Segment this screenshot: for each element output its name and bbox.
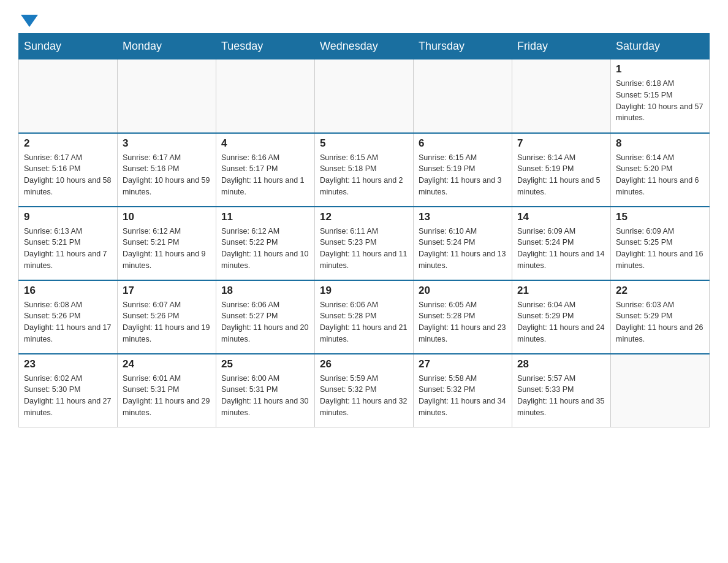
day-info: Sunrise: 6:06 AM Sunset: 5:28 PM Dayligh…: [320, 299, 408, 345]
day-number: 12: [320, 211, 408, 223]
logo: [18, 12, 38, 27]
day-number: 2: [24, 137, 112, 150]
day-info: Sunrise: 5:57 AM Sunset: 5:33 PM Dayligh…: [517, 373, 605, 419]
day-number: 26: [320, 358, 408, 370]
day-info: Sunrise: 6:13 AM Sunset: 5:21 PM Dayligh…: [24, 226, 112, 272]
calendar-day-cell: 21Sunrise: 6:04 AM Sunset: 5:29 PM Dayli…: [512, 280, 611, 354]
calendar-day-cell: 22Sunrise: 6:03 AM Sunset: 5:29 PM Dayli…: [611, 280, 710, 354]
calendar-day-cell: 14Sunrise: 6:09 AM Sunset: 5:24 PM Dayli…: [512, 207, 611, 280]
calendar-day-cell: [19, 59, 118, 133]
day-of-week-header: Saturday: [611, 34, 710, 59]
day-info: Sunrise: 6:16 AM Sunset: 5:17 PM Dayligh…: [221, 152, 309, 198]
calendar-day-cell: [414, 59, 512, 133]
logo-general-text: [18, 12, 38, 27]
day-of-week-header: Friday: [512, 34, 611, 59]
calendar-day-cell: 25Sunrise: 6:00 AM Sunset: 5:31 PM Dayli…: [216, 354, 315, 427]
day-info: Sunrise: 6:08 AM Sunset: 5:26 PM Dayligh…: [24, 299, 112, 345]
day-number: 3: [123, 137, 211, 150]
calendar-day-cell: 3Sunrise: 6:17 AM Sunset: 5:16 PM Daylig…: [118, 133, 216, 207]
day-info: Sunrise: 6:01 AM Sunset: 5:31 PM Dayligh…: [123, 373, 211, 419]
day-info: Sunrise: 6:12 AM Sunset: 5:22 PM Dayligh…: [221, 226, 309, 272]
calendar-day-cell: 24Sunrise: 6:01 AM Sunset: 5:31 PM Dayli…: [118, 354, 216, 427]
day-info: Sunrise: 6:06 AM Sunset: 5:27 PM Dayligh…: [221, 299, 309, 345]
calendar-week-row: 16Sunrise: 6:08 AM Sunset: 5:26 PM Dayli…: [19, 280, 710, 354]
day-info: Sunrise: 6:18 AM Sunset: 5:15 PM Dayligh…: [616, 78, 704, 124]
day-number: 9: [24, 211, 112, 223]
calendar-day-cell: 2Sunrise: 6:17 AM Sunset: 5:16 PM Daylig…: [19, 133, 118, 207]
day-of-week-header: Sunday: [19, 34, 118, 59]
day-number: 14: [517, 211, 605, 223]
page-header: [18, 12, 710, 27]
day-info: Sunrise: 5:59 AM Sunset: 5:32 PM Dayligh…: [320, 373, 408, 419]
day-info: Sunrise: 6:11 AM Sunset: 5:23 PM Dayligh…: [320, 226, 408, 272]
day-number: 11: [221, 211, 309, 223]
day-info: Sunrise: 6:14 AM Sunset: 5:20 PM Dayligh…: [616, 152, 704, 198]
day-info: Sunrise: 6:03 AM Sunset: 5:29 PM Dayligh…: [616, 299, 704, 345]
day-number: 4: [221, 137, 309, 150]
calendar-day-cell: [315, 59, 414, 133]
calendar-day-cell: 10Sunrise: 6:12 AM Sunset: 5:21 PM Dayli…: [118, 207, 216, 280]
day-of-week-header: Tuesday: [216, 34, 315, 59]
day-of-week-header: Monday: [118, 34, 216, 59]
calendar-day-cell: 18Sunrise: 6:06 AM Sunset: 5:27 PM Dayli…: [216, 280, 315, 354]
logo-arrow-icon: [21, 15, 38, 27]
day-number: 19: [320, 285, 408, 297]
day-info: Sunrise: 6:12 AM Sunset: 5:21 PM Dayligh…: [123, 226, 211, 272]
calendar-day-cell: 9Sunrise: 6:13 AM Sunset: 5:21 PM Daylig…: [19, 207, 118, 280]
day-number: 23: [24, 358, 112, 370]
day-info: Sunrise: 6:17 AM Sunset: 5:16 PM Dayligh…: [24, 152, 112, 198]
calendar-day-cell: 13Sunrise: 6:10 AM Sunset: 5:24 PM Dayli…: [414, 207, 512, 280]
day-number: 20: [419, 285, 507, 297]
calendar-day-cell: 26Sunrise: 5:59 AM Sunset: 5:32 PM Dayli…: [315, 354, 414, 427]
calendar-day-cell: 7Sunrise: 6:14 AM Sunset: 5:19 PM Daylig…: [512, 133, 611, 207]
calendar-table: SundayMondayTuesdayWednesdayThursdayFrid…: [18, 33, 710, 427]
day-info: Sunrise: 6:17 AM Sunset: 5:16 PM Dayligh…: [123, 152, 211, 198]
day-info: Sunrise: 6:15 AM Sunset: 5:19 PM Dayligh…: [419, 152, 507, 198]
calendar-day-cell: [118, 59, 216, 133]
day-number: 24: [123, 358, 211, 370]
day-number: 18: [221, 285, 309, 297]
day-number: 6: [419, 137, 507, 150]
day-info: Sunrise: 6:02 AM Sunset: 5:30 PM Dayligh…: [24, 373, 112, 419]
calendar-week-row: 1Sunrise: 6:18 AM Sunset: 5:15 PM Daylig…: [19, 59, 710, 133]
calendar-day-cell: 23Sunrise: 6:02 AM Sunset: 5:30 PM Dayli…: [19, 354, 118, 427]
calendar-week-row: 9Sunrise: 6:13 AM Sunset: 5:21 PM Daylig…: [19, 207, 710, 280]
calendar-day-cell: 15Sunrise: 6:09 AM Sunset: 5:25 PM Dayli…: [611, 207, 710, 280]
calendar-day-cell: 4Sunrise: 6:16 AM Sunset: 5:17 PM Daylig…: [216, 133, 315, 207]
calendar-day-cell: 16Sunrise: 6:08 AM Sunset: 5:26 PM Dayli…: [19, 280, 118, 354]
day-info: Sunrise: 6:05 AM Sunset: 5:28 PM Dayligh…: [419, 299, 507, 345]
day-number: 25: [221, 358, 309, 370]
calendar-day-cell: 11Sunrise: 6:12 AM Sunset: 5:22 PM Dayli…: [216, 207, 315, 280]
calendar-day-cell: 28Sunrise: 5:57 AM Sunset: 5:33 PM Dayli…: [512, 354, 611, 427]
day-number: 15: [616, 211, 704, 223]
calendar-header-row: SundayMondayTuesdayWednesdayThursdayFrid…: [19, 34, 710, 59]
day-info: Sunrise: 6:15 AM Sunset: 5:18 PM Dayligh…: [320, 152, 408, 198]
calendar-day-cell: [512, 59, 611, 133]
day-of-week-header: Thursday: [414, 34, 512, 59]
day-number: 5: [320, 137, 408, 150]
day-number: 22: [616, 285, 704, 297]
calendar-day-cell: [611, 354, 710, 427]
calendar-day-cell: 20Sunrise: 6:05 AM Sunset: 5:28 PM Dayli…: [414, 280, 512, 354]
calendar-day-cell: 6Sunrise: 6:15 AM Sunset: 5:19 PM Daylig…: [414, 133, 512, 207]
day-info: Sunrise: 6:14 AM Sunset: 5:19 PM Dayligh…: [517, 152, 605, 198]
day-info: Sunrise: 5:58 AM Sunset: 5:32 PM Dayligh…: [419, 373, 507, 419]
calendar-day-cell: 5Sunrise: 6:15 AM Sunset: 5:18 PM Daylig…: [315, 133, 414, 207]
day-info: Sunrise: 6:00 AM Sunset: 5:31 PM Dayligh…: [221, 373, 309, 419]
day-of-week-header: Wednesday: [315, 34, 414, 59]
day-number: 21: [517, 285, 605, 297]
day-info: Sunrise: 6:10 AM Sunset: 5:24 PM Dayligh…: [419, 226, 507, 272]
day-number: 8: [616, 137, 704, 150]
calendar-day-cell: 12Sunrise: 6:11 AM Sunset: 5:23 PM Dayli…: [315, 207, 414, 280]
day-number: 28: [517, 358, 605, 370]
day-number: 16: [24, 285, 112, 297]
calendar-day-cell: 8Sunrise: 6:14 AM Sunset: 5:20 PM Daylig…: [611, 133, 710, 207]
day-number: 13: [419, 211, 507, 223]
calendar-week-row: 2Sunrise: 6:17 AM Sunset: 5:16 PM Daylig…: [19, 133, 710, 207]
day-number: 1: [616, 63, 704, 75]
day-info: Sunrise: 6:09 AM Sunset: 5:24 PM Dayligh…: [517, 226, 605, 272]
day-number: 27: [419, 358, 507, 370]
day-number: 17: [123, 285, 211, 297]
day-info: Sunrise: 6:07 AM Sunset: 5:26 PM Dayligh…: [123, 299, 211, 345]
day-info: Sunrise: 6:09 AM Sunset: 5:25 PM Dayligh…: [616, 226, 704, 272]
